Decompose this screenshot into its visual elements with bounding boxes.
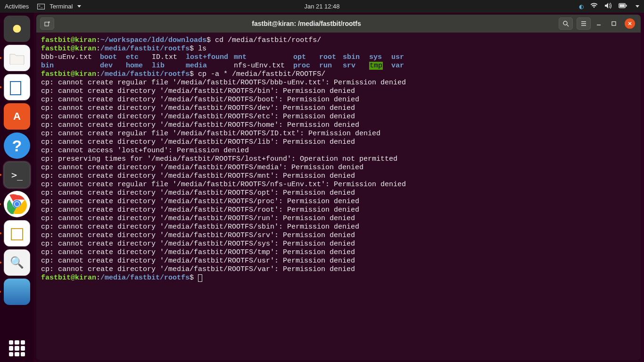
dock-libreoffice-draw[interactable] xyxy=(4,220,30,247)
dock-help[interactable]: ? xyxy=(4,132,30,159)
show-applications-button[interactable] xyxy=(9,340,25,356)
ls-item: root xyxy=(319,53,343,62)
ls-item: usr xyxy=(391,53,410,62)
terminal-prompt-icon: >_ xyxy=(11,169,23,181)
prompt-user: fastbit@kiran xyxy=(41,274,96,282)
prompt-user: fastbit@kiran xyxy=(41,70,96,78)
system-menu-chevron-icon[interactable] xyxy=(636,5,639,8)
ls-item: dev xyxy=(100,62,126,70)
svg-rect-8 xyxy=(45,22,49,26)
volume-icon[interactable] xyxy=(604,2,612,10)
hamburger-menu-button[interactable] xyxy=(577,17,591,30)
dock: ? >_ xyxy=(0,13,34,362)
window-title: fastbit@kiran: /media/fastbit/rootfs xyxy=(58,20,555,27)
svg-line-10 xyxy=(567,25,569,26)
terminal-window: fastbit@kiran: /media/fastbit/rootfs fas… xyxy=(36,14,641,361)
ls-item: ID.txt xyxy=(152,53,186,62)
close-button[interactable] xyxy=(625,18,635,29)
top-bar: Activities Terminal Jan 21 12:48 ◐ xyxy=(0,0,644,13)
dock-terminal[interactable]: >_ xyxy=(4,162,30,188)
error-output: cp: cannot create regular file '/media/f… xyxy=(41,79,636,274)
search-button[interactable] xyxy=(559,17,573,30)
minimize-button[interactable] xyxy=(594,19,603,28)
activities-button[interactable]: Activities xyxy=(5,3,29,10)
dock-files[interactable] xyxy=(4,45,30,71)
prompt-path: ~/workspace/ldd/downloads xyxy=(100,36,206,44)
terminal-icon xyxy=(37,4,45,9)
terminal-body[interactable]: fastbit@kiran:~/workspace/ldd/downloads$… xyxy=(36,33,641,360)
svg-rect-12 xyxy=(612,22,616,25)
ls-item: sbin xyxy=(343,53,369,62)
titlebar: fastbit@kiran: /media/fastbit/rootfs xyxy=(36,15,641,33)
dock-app[interactable] xyxy=(4,279,30,305)
dock-chrome[interactable] xyxy=(4,191,30,217)
ls-item: var xyxy=(391,62,410,70)
maximize-button[interactable] xyxy=(610,19,618,28)
ls-item: nfs-uEnv.txt xyxy=(234,62,293,70)
cursor xyxy=(198,274,202,282)
help-icon: ? xyxy=(12,137,22,155)
wifi-icon[interactable] xyxy=(590,3,598,10)
chevron-down-icon xyxy=(77,5,81,8)
hamburger-icon xyxy=(580,20,587,27)
search-icon xyxy=(562,20,569,27)
ls-item: sys xyxy=(369,53,391,62)
clock[interactable]: Jan 21 12:48 xyxy=(304,3,339,10)
prompt-path: /media/fastbit/rootfs xyxy=(100,70,190,78)
battery-icon[interactable] xyxy=(619,3,627,10)
prompt-path: /media/fastbit/rootfs xyxy=(100,274,190,282)
command-2: ls xyxy=(198,45,206,53)
ls-item: bbb-uEnv.txt xyxy=(41,53,100,62)
command-1: cd /media/fastbit/rootfs/ xyxy=(215,36,321,44)
ls-item: run xyxy=(319,62,343,70)
command-3: cp -a * /media/fastbit/ROOTFS/ xyxy=(198,70,325,78)
dock-ubuntu-software[interactable] xyxy=(4,103,30,130)
ls-item: lib xyxy=(152,62,186,70)
new-tab-button[interactable] xyxy=(40,17,54,30)
svg-point-7 xyxy=(15,202,19,206)
app-menu[interactable]: Terminal xyxy=(37,3,81,10)
ls-item: tmp xyxy=(369,62,383,70)
dock-image-viewer[interactable] xyxy=(4,249,30,276)
ls-item: home xyxy=(126,62,152,70)
ls-item: srv xyxy=(343,62,369,70)
svg-point-9 xyxy=(563,21,567,25)
prompt-user: fastbit@kiran xyxy=(41,36,96,44)
prompt-path: /media/fastbit/rootfs xyxy=(100,45,190,53)
ls-output: bbb-uEnv.txtbootetcID.txtlost+foundmntop… xyxy=(41,53,636,70)
dock-libreoffice-writer[interactable] xyxy=(4,74,30,100)
ls-item: bin xyxy=(41,62,100,70)
ls-item: proc xyxy=(293,62,319,70)
ls-item: opt xyxy=(293,53,319,62)
ls-item: lost+found xyxy=(186,53,234,62)
ls-item: mnt xyxy=(234,53,293,62)
svg-rect-2 xyxy=(619,4,625,7)
ls-item: boot xyxy=(100,53,126,62)
dock-rhythmbox[interactable] xyxy=(4,16,30,42)
app-menu-label: Terminal xyxy=(50,3,73,10)
svg-rect-1 xyxy=(626,5,627,7)
ls-item: media xyxy=(186,62,234,70)
prompt-user: fastbit@kiran xyxy=(41,45,96,53)
ls-item: etc xyxy=(126,53,152,62)
status-app-icon[interactable]: ◐ xyxy=(579,3,584,10)
